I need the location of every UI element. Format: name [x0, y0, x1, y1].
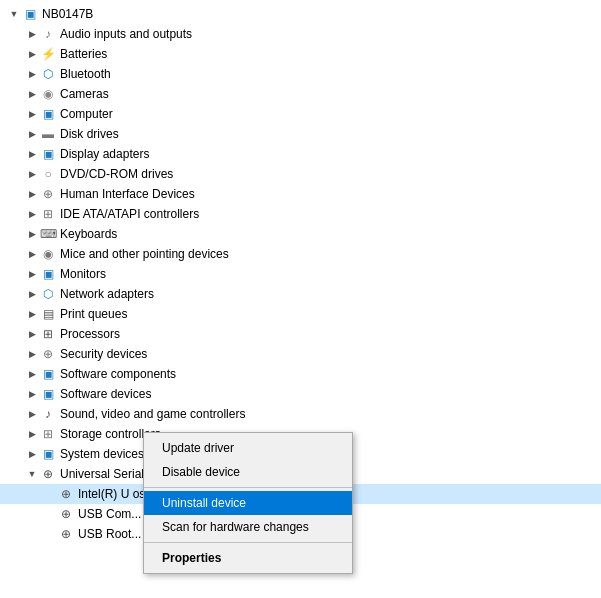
item-label-computer: Computer [60, 107, 113, 121]
chevron-batteries[interactable]: ▶ [24, 46, 40, 62]
context-menu-divider [144, 542, 352, 543]
item-label-usb-root: USB Root... [78, 527, 141, 541]
device-icon-audio: ♪ [40, 26, 56, 42]
device-icon-computer: ▣ [40, 106, 56, 122]
tree-item-software-comp[interactable]: ▶▣Software components [0, 364, 601, 384]
chevron-keyboards[interactable]: ▶ [24, 226, 40, 242]
tree-item-batteries[interactable]: ▶⚡Batteries [0, 44, 601, 64]
chevron-disk[interactable]: ▶ [24, 126, 40, 142]
tree-item-software-dev[interactable]: ▶▣Software devices [0, 384, 601, 404]
device-icon-monitors: ▣ [40, 266, 56, 282]
tree-item-dvd[interactable]: ▶○DVD/CD-ROM drives [0, 164, 601, 184]
tree-item-bluetooth[interactable]: ▶⬡Bluetooth [0, 64, 601, 84]
device-icon-print: ▤ [40, 306, 56, 322]
device-icon-security: ⊕ [40, 346, 56, 362]
tree-item-ide[interactable]: ▶⊞IDE ATA/ATAPI controllers [0, 204, 601, 224]
chevron-software-dev[interactable]: ▶ [24, 386, 40, 402]
tree-item-computer[interactable]: ▶▣Computer [0, 104, 601, 124]
item-label-network: Network adapters [60, 287, 154, 301]
chevron-cameras[interactable]: ▶ [24, 86, 40, 102]
chevron-hid[interactable]: ▶ [24, 186, 40, 202]
device-icon-usb-root: ⊕ [58, 526, 74, 542]
tree-item-keyboards[interactable]: ▶⌨Keyboards [0, 224, 601, 244]
chevron-monitors[interactable]: ▶ [24, 266, 40, 282]
device-icon-ide: ⊞ [40, 206, 56, 222]
device-icon-software-dev: ▣ [40, 386, 56, 402]
device-icon-nb0147b: ▣ [22, 6, 38, 22]
device-icon-usb-com: ⊕ [58, 506, 74, 522]
context-menu: Update driverDisable deviceUninstall dev… [143, 432, 353, 574]
context-menu-item-disable-device[interactable]: Disable device [144, 460, 352, 484]
item-label-system-dev: System devices [60, 447, 144, 461]
tree-item-cameras[interactable]: ▶◉Cameras [0, 84, 601, 104]
device-icon-hid: ⊕ [40, 186, 56, 202]
item-label-security: Security devices [60, 347, 147, 361]
chevron-processors[interactable]: ▶ [24, 326, 40, 342]
item-label-print: Print queues [60, 307, 127, 321]
chevron-print[interactable]: ▶ [24, 306, 40, 322]
item-label-disk: Disk drives [60, 127, 119, 141]
item-label-monitors: Monitors [60, 267, 106, 281]
item-label-usb-com: USB Com... [78, 507, 141, 521]
tree-item-monitors[interactable]: ▶▣Monitors [0, 264, 601, 284]
item-label-software-comp: Software components [60, 367, 176, 381]
tree-item-processors[interactable]: ▶⊞Processors [0, 324, 601, 344]
tree-item-audio[interactable]: ▶♪Audio inputs and outputs [0, 24, 601, 44]
item-label-ide: IDE ATA/ATAPI controllers [60, 207, 199, 221]
device-icon-bluetooth: ⬡ [40, 66, 56, 82]
tree-item-sound[interactable]: ▶♪Sound, video and game controllers [0, 404, 601, 424]
device-icon-display: ▣ [40, 146, 56, 162]
chevron-intel-usb[interactable] [42, 486, 58, 502]
chevron-computer[interactable]: ▶ [24, 106, 40, 122]
device-icon-system-dev: ▣ [40, 446, 56, 462]
item-label-processors: Processors [60, 327, 120, 341]
tree-item-hid[interactable]: ▶⊕Human Interface Devices [0, 184, 601, 204]
tree-item-disk[interactable]: ▶▬Disk drives [0, 124, 601, 144]
item-label-hid: Human Interface Devices [60, 187, 195, 201]
chevron-software-comp[interactable]: ▶ [24, 366, 40, 382]
tree-item-security[interactable]: ▶⊕Security devices [0, 344, 601, 364]
tree-item-network[interactable]: ▶⬡Network adapters [0, 284, 601, 304]
item-label-dvd: DVD/CD-ROM drives [60, 167, 173, 181]
context-menu-item-update-driver[interactable]: Update driver [144, 436, 352, 460]
device-icon-batteries: ⚡ [40, 46, 56, 62]
item-label-audio: Audio inputs and outputs [60, 27, 192, 41]
tree-item-mice[interactable]: ▶◉Mice and other pointing devices [0, 244, 601, 264]
chevron-dvd[interactable]: ▶ [24, 166, 40, 182]
context-menu-item-uninstall-device[interactable]: Uninstall device [144, 491, 352, 515]
chevron-audio[interactable]: ▶ [24, 26, 40, 42]
device-icon-keyboards: ⌨ [40, 226, 56, 242]
item-label-software-dev: Software devices [60, 387, 151, 401]
device-icon-storage: ⊞ [40, 426, 56, 442]
chevron-ide[interactable]: ▶ [24, 206, 40, 222]
item-label-display: Display adapters [60, 147, 149, 161]
chevron-security[interactable]: ▶ [24, 346, 40, 362]
chevron-display[interactable]: ▶ [24, 146, 40, 162]
chevron-bluetooth[interactable]: ▶ [24, 66, 40, 82]
device-icon-cameras: ◉ [40, 86, 56, 102]
tree-item-print[interactable]: ▶▤Print queues [0, 304, 601, 324]
item-label-cameras: Cameras [60, 87, 109, 101]
item-label-batteries: Batteries [60, 47, 107, 61]
chevron-mice[interactable]: ▶ [24, 246, 40, 262]
chevron-storage[interactable]: ▶ [24, 426, 40, 442]
chevron-system-dev[interactable]: ▶ [24, 446, 40, 462]
item-label-sound: Sound, video and game controllers [60, 407, 245, 421]
chevron-usb-com[interactable] [42, 506, 58, 522]
device-icon-processors: ⊞ [40, 326, 56, 342]
device-icon-dvd: ○ [40, 166, 56, 182]
context-menu-item-scan-hardware[interactable]: Scan for hardware changes [144, 515, 352, 539]
context-menu-divider [144, 487, 352, 488]
device-icon-intel-usb: ⊕ [58, 486, 74, 502]
chevron-network[interactable]: ▶ [24, 286, 40, 302]
device-icon-sound: ♪ [40, 406, 56, 422]
context-menu-item-properties[interactable]: Properties [144, 546, 352, 570]
device-icon-mice: ◉ [40, 246, 56, 262]
chevron-sound[interactable]: ▶ [24, 406, 40, 422]
tree-item-nb0147b[interactable]: ▼▣NB0147B [0, 4, 601, 24]
chevron-usb-root[interactable] [42, 526, 58, 542]
device-icon-usb: ⊕ [40, 466, 56, 482]
chevron-nb0147b[interactable]: ▼ [6, 6, 22, 22]
tree-item-display[interactable]: ▶▣Display adapters [0, 144, 601, 164]
chevron-usb[interactable]: ▼ [24, 466, 40, 482]
